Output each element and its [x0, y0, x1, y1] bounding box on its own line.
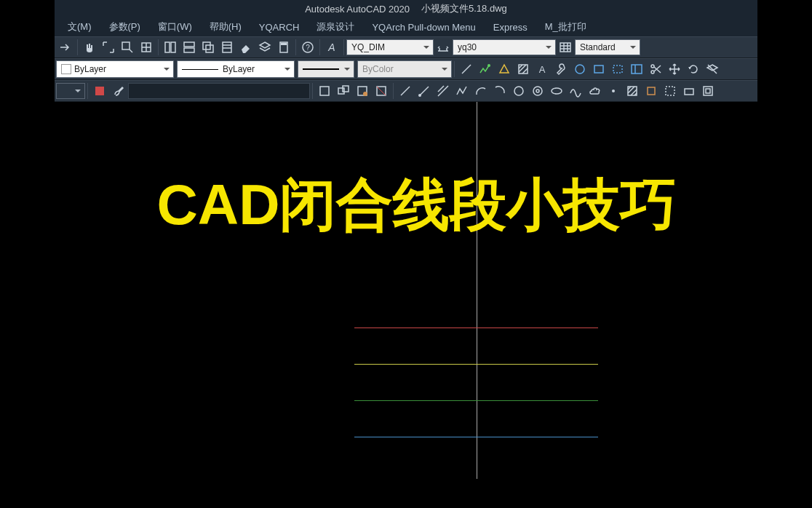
draw-region-icon[interactable] — [642, 82, 661, 100]
dim-style-combo[interactable]: YQ_DIM — [346, 39, 434, 55]
menu-file[interactable]: 文(M) — [59, 19, 100, 35]
svg-rect-19 — [594, 66, 603, 73]
titlebar: Autodesk AutoCAD 2020 小视频文件5.18.dwg — [55, 0, 757, 17]
svg-rect-21 — [632, 65, 642, 74]
text-a-icon[interactable]: A — [322, 38, 341, 57]
wrench-icon[interactable] — [552, 60, 570, 79]
menu-window[interactable]: 窗口(W) — [149, 19, 201, 35]
linetype-combo[interactable]: ByLayer — [177, 60, 295, 78]
menu-express[interactable]: Express — [485, 20, 536, 34]
svg-rect-0 — [122, 42, 130, 49]
rect-sel-icon[interactable] — [589, 60, 608, 79]
dim-frame-icon[interactable] — [698, 82, 717, 100]
svg-rect-14 — [560, 43, 570, 52]
calculator-icon[interactable] — [274, 38, 293, 57]
group4-icon[interactable] — [372, 82, 391, 100]
draw-xline-icon[interactable] — [434, 82, 453, 100]
linetype-value: ByLayer — [223, 64, 255, 74]
rotate-icon[interactable] — [684, 60, 703, 79]
table-style-icon[interactable] — [556, 38, 575, 57]
command-input[interactable] — [128, 83, 310, 99]
draw-circle-icon[interactable] — [509, 82, 528, 100]
layer-panel-icon[interactable] — [627, 60, 646, 79]
dim-ruler-icon[interactable] — [434, 38, 453, 57]
svg-rect-39 — [685, 89, 693, 95]
svg-rect-7 — [206, 45, 213, 52]
svg-rect-2 — [165, 42, 170, 52]
svg-rect-3 — [171, 42, 175, 52]
draw-hatch-icon[interactable] — [623, 82, 642, 100]
crosshair-vertical — [477, 102, 477, 479]
menu-yqarch-pulldown[interactable]: YQArch Pull-down Menu — [363, 20, 484, 34]
group3-icon[interactable] — [353, 82, 372, 100]
polyline-tool-icon[interactable] — [476, 60, 495, 79]
draw-ray-icon[interactable] — [415, 82, 434, 100]
rect-dash-icon[interactable] — [608, 60, 627, 79]
text-b-icon[interactable]: A — [533, 60, 552, 79]
eraser-icon[interactable] — [236, 38, 255, 57]
line-tool-icon[interactable] — [457, 60, 476, 79]
svg-rect-26 — [338, 88, 344, 94]
draw-spline-icon[interactable] — [566, 82, 585, 100]
properties-icon[interactable] — [218, 38, 236, 57]
help-icon[interactable]: ? — [298, 38, 317, 57]
drawing-canvas[interactable]: CAD闭合线段小技巧 — [55, 102, 757, 479]
layers-icon[interactable] — [255, 38, 274, 57]
draw-arc2-icon[interactable] — [490, 82, 509, 100]
zoom-window-icon[interactable] — [118, 38, 137, 57]
draw-point-icon[interactable] — [604, 82, 623, 100]
triangle-warn-icon[interactable] — [495, 60, 514, 79]
layer-dd-combo[interactable] — [56, 83, 85, 99]
text-style-combo[interactable]: yq30 — [453, 39, 556, 55]
move-icon[interactable] — [665, 60, 684, 79]
svg-rect-8 — [223, 42, 231, 52]
draw-arc-icon[interactable] — [471, 82, 490, 100]
table-style-combo[interactable]: Standard — [575, 39, 640, 55]
drawn-line[interactable] — [354, 437, 598, 437]
zoom-extents-icon[interactable] — [99, 38, 118, 57]
zoom-realtime-icon[interactable] — [137, 38, 156, 57]
menu-help[interactable]: 帮助(H) — [201, 19, 250, 35]
tile-vert-icon[interactable] — [161, 38, 180, 57]
separator — [312, 83, 313, 99]
svg-point-33 — [533, 87, 542, 95]
drawn-line[interactable] — [354, 364, 598, 365]
plotstyle-combo[interactable]: ByColor — [357, 60, 452, 78]
menu-yuanquan[interactable]: 源泉设计 — [308, 19, 363, 35]
app-window: Autodesk AutoCAD 2020 小视频文件5.18.dwg 文(M)… — [55, 0, 757, 508]
separator — [77, 39, 78, 55]
svg-rect-25 — [320, 87, 329, 95]
scissors-icon[interactable] — [646, 60, 665, 79]
drawn-line[interactable] — [354, 328, 598, 328]
draw-revcloud-icon[interactable] — [585, 82, 604, 100]
menu-batch-print[interactable]: M_批打印 — [536, 19, 595, 35]
redo-arrow-icon[interactable] — [56, 38, 75, 57]
menu-params[interactable]: 参数(P) — [100, 19, 149, 35]
draw-donut-icon[interactable] — [528, 82, 547, 100]
drawn-line[interactable] — [354, 400, 598, 401]
svg-rect-6 — [203, 42, 210, 49]
hatch-icon[interactable] — [514, 60, 533, 79]
pan-hand-icon[interactable] — [80, 38, 99, 57]
layer-off-icon[interactable] — [703, 60, 722, 79]
draw-pline-icon[interactable] — [453, 82, 471, 100]
menu-yqarch[interactable]: YQARCH — [250, 20, 309, 34]
circle-c-icon[interactable] — [570, 60, 589, 79]
separator — [454, 61, 455, 77]
lineweight-combo[interactable] — [298, 60, 354, 78]
draw-ellipse-icon[interactable] — [547, 82, 566, 100]
linetype-sample-icon — [182, 69, 218, 70]
separator — [295, 39, 296, 55]
svg-point-35 — [552, 88, 562, 94]
draw-line-icon[interactable] — [396, 82, 415, 100]
draw-wipeout-icon[interactable] — [661, 82, 680, 100]
brush-icon[interactable] — [109, 82, 128, 100]
dim-box-icon[interactable] — [680, 82, 698, 100]
swatch-icon[interactable] — [90, 82, 109, 100]
svg-rect-20 — [613, 66, 622, 73]
tile-horz-icon[interactable] — [180, 38, 199, 57]
color-combo[interactable]: ByLayer — [56, 60, 174, 78]
group2-icon[interactable] — [334, 82, 353, 100]
cascade-icon[interactable] — [199, 38, 218, 57]
group1-icon[interactable] — [315, 82, 334, 100]
